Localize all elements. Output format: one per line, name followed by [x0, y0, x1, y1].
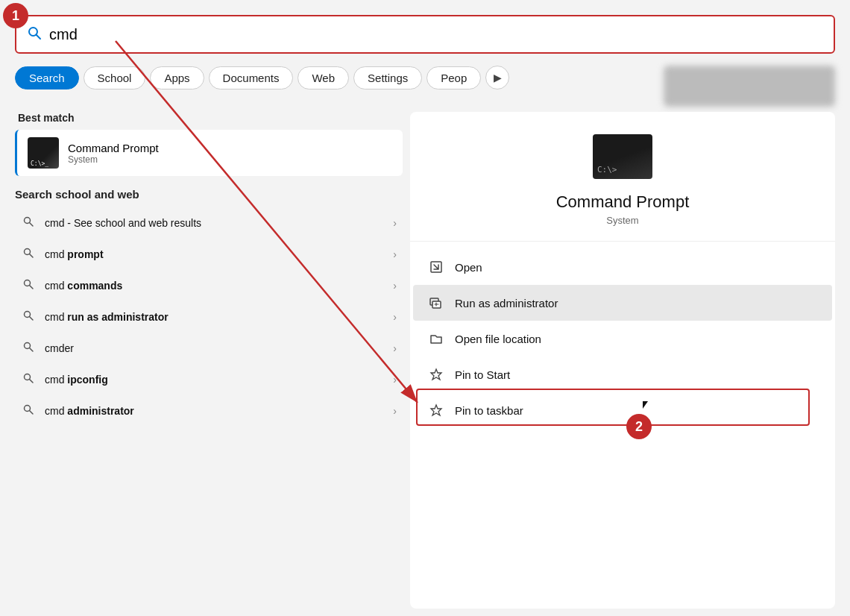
search-icon	[21, 309, 36, 324]
chevron-right-icon: ›	[393, 374, 397, 386]
open-file-location-label: Open file location	[455, 333, 541, 345]
right-panel: Command Prompt System Open Run a	[410, 112, 835, 609]
svg-marker-20	[431, 405, 441, 415]
list-item[interactable]: cmd prompt ›	[15, 239, 403, 269]
action-list: Open Run as administrator Open file loca…	[410, 242, 835, 436]
search-bar[interactable]	[15, 15, 835, 54]
best-match-title: Best match	[15, 112, 403, 124]
web-result-label: cmd - See school and web results	[45, 217, 393, 229]
step-2-badge: 2	[626, 414, 652, 439]
search-input[interactable]	[49, 26, 823, 43]
left-panel: Best match C:\>_ Command Prompt System S…	[15, 112, 403, 609]
list-item[interactable]: cmd commands ›	[15, 271, 403, 301]
tab-documents[interactable]: Documents	[209, 66, 294, 89]
svg-line-11	[30, 348, 34, 352]
chevron-right-icon: ›	[393, 405, 397, 417]
search-icon	[21, 372, 36, 387]
web-result-label: cmd prompt	[45, 248, 393, 260]
step-1-badge: 1	[3, 3, 28, 28]
tab-settings[interactable]: Settings	[353, 66, 422, 89]
svg-marker-19	[431, 369, 441, 380]
tabs-container: Search School Apps Documents Web Setting…	[15, 66, 509, 89]
search-icon	[21, 216, 36, 230]
open-label: Open	[455, 261, 482, 274]
list-item[interactable]: cmder ›	[15, 333, 403, 363]
best-match-item[interactable]: C:\>_ Command Prompt System	[15, 130, 403, 176]
chevron-right-icon: ›	[393, 280, 397, 292]
chevron-right-icon: ›	[393, 311, 397, 323]
svg-line-1	[37, 34, 41, 39]
open-file-location-action[interactable]: Open file location	[413, 321, 832, 356]
app-subtitle: System	[606, 215, 638, 226]
tab-search[interactable]: Search	[15, 66, 79, 89]
file-location-icon	[428, 330, 444, 347]
svg-line-9	[30, 317, 34, 321]
web-result-label: cmd ipconfig	[45, 374, 393, 386]
pin-start-icon	[428, 366, 444, 383]
pin-taskbar-label: Pin to taskbar	[455, 404, 523, 417]
run-admin-icon	[428, 295, 444, 311]
tab-school[interactable]: School	[84, 66, 146, 89]
chevron-right-icon: ›	[393, 248, 397, 260]
open-icon	[428, 259, 444, 275]
best-match-app-type: System	[68, 154, 159, 165]
svg-line-3	[30, 223, 34, 227]
web-result-label: cmd run as administrator	[45, 311, 393, 323]
web-result-label: cmd commands	[45, 280, 393, 292]
pin-taskbar-action[interactable]: Pin to taskbar	[413, 392, 832, 428]
tab-people[interactable]: Peop	[426, 66, 481, 89]
list-item[interactable]: cmd run as administrator ›	[15, 302, 403, 332]
svg-line-7	[30, 286, 34, 289]
pin-start-action[interactable]: Pin to Start	[413, 356, 832, 392]
best-match-app-name: Command Prompt	[68, 142, 159, 154]
list-item[interactable]: cmd administrator ›	[15, 396, 403, 426]
svg-line-5	[30, 254, 34, 258]
app-preview-icon	[593, 134, 652, 179]
run-as-admin-action[interactable]: Run as administrator	[413, 285, 832, 321]
search-icon	[21, 403, 36, 418]
web-section-title: Search school and web	[15, 188, 403, 201]
search-icon	[21, 278, 36, 293]
search-icon	[27, 25, 42, 44]
svg-line-13	[30, 380, 34, 383]
pin-taskbar-icon	[428, 402, 444, 418]
run-as-admin-label: Run as administrator	[455, 297, 558, 309]
web-result-label: cmder	[45, 342, 393, 354]
command-prompt-icon: C:\>_	[28, 137, 59, 169]
web-result-label: cmd administrator	[45, 405, 393, 417]
app-preview: Command Prompt System	[410, 112, 835, 242]
blurred-area	[664, 66, 835, 107]
svg-line-15	[30, 411, 34, 415]
best-match-text: Command Prompt System	[68, 142, 159, 165]
app-title: Command Prompt	[556, 192, 690, 212]
list-item[interactable]: cmd - See school and web results ›	[15, 208, 403, 238]
tab-web[interactable]: Web	[298, 66, 349, 89]
search-icon	[21, 341, 36, 356]
chevron-right-icon: ›	[393, 342, 397, 354]
tab-apps[interactable]: Apps	[150, 66, 204, 89]
pin-start-label: Pin to Start	[455, 368, 510, 381]
chevron-right-icon: ›	[393, 217, 397, 229]
open-action[interactable]: Open	[413, 249, 832, 285]
search-icon	[21, 247, 36, 262]
tab-more-arrow[interactable]: ▶	[485, 66, 509, 89]
list-item[interactable]: cmd ipconfig ›	[15, 365, 403, 395]
